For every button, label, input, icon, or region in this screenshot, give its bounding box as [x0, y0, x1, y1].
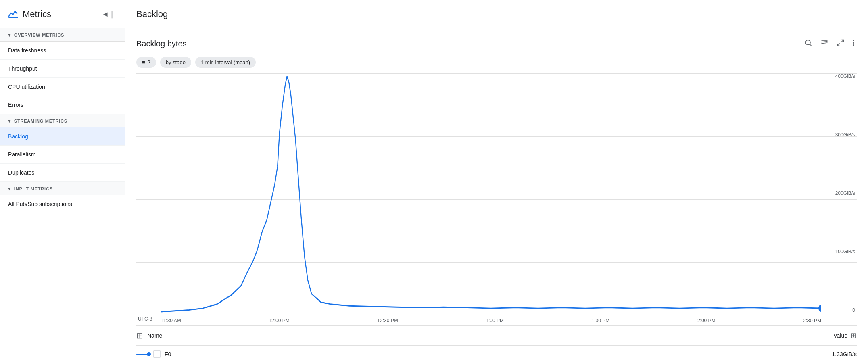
section-label-overview: OVERVIEW METRICS: [14, 33, 64, 38]
legend-header: ⊞ Name Value ⊞: [136, 326, 857, 346]
filter-count-pill[interactable]: ≡ 2: [136, 57, 156, 68]
filter-icon: ≡: [142, 59, 145, 65]
x-label-200: 2:00 PM: [697, 318, 716, 323]
x-label-1200: 12:00 PM: [269, 318, 289, 323]
legend-row-f0-name: F0: [165, 351, 171, 357]
sidebar-item-parallelism[interactable]: Parallelism: [0, 146, 125, 164]
svg-point-0: [805, 40, 810, 45]
legend-row-f0-left: F0: [136, 350, 171, 358]
chart-more-button[interactable]: [850, 36, 857, 51]
x-label-utc: UTC-8: [138, 316, 152, 322]
sidebar-item-data-freshness[interactable]: Data freshness: [0, 42, 125, 60]
sidebar-item-cpu-utilization[interactable]: CPU utilization: [0, 78, 125, 96]
metrics-logo-icon: [8, 9, 19, 19]
legend-value-label: Value: [833, 332, 847, 339]
chart-filters: ≡ 2 by stage 1 min interval (mean): [136, 57, 857, 68]
y-label-300: 300GiB/s: [835, 132, 855, 138]
svg-point-9: [853, 44, 854, 46]
x-label-230: 2:30 PM: [803, 318, 821, 323]
sidebar-item-throughput[interactable]: Throughput: [0, 60, 125, 78]
legend-grid-icon: ⊞: [136, 331, 143, 340]
chart-end-dot: [818, 305, 821, 312]
filter-count-label: 2: [148, 59, 150, 65]
sidebar-item-backlog[interactable]: Backlog: [0, 127, 125, 146]
section-header-overview: ▾ OVERVIEW METRICS: [0, 28, 125, 42]
logo-area: Metrics: [8, 9, 51, 19]
chevron-overview-icon: ▾: [8, 32, 11, 38]
y-label-200: 200GiB/s: [835, 190, 855, 196]
chart-svg: [161, 73, 821, 313]
legend-table: ⊞ Name Value ⊞ F0 1.33GiB/s: [136, 325, 857, 363]
legend-line-indicator: [136, 354, 149, 355]
chart-expand-button[interactable]: [834, 36, 847, 51]
chart-search-button[interactable]: [802, 36, 815, 51]
chart-area: 400GiB/s 300GiB/s 200GiB/s 100GiB/s 0 UT…: [136, 73, 857, 325]
chart-toolbar: [802, 36, 857, 51]
sidebar-title: Metrics: [23, 9, 51, 19]
legend-name-column-header: ⊞ Name: [136, 331, 162, 340]
interval-label: 1 min interval (mean): [201, 59, 250, 65]
main-page-title: Backlog: [125, 0, 868, 28]
legend-cols-icon[interactable]: ⊞: [851, 331, 857, 340]
chart-line: [161, 76, 821, 312]
y-label-400: 400GiB/s: [835, 73, 855, 79]
svg-line-4: [822, 43, 828, 44]
svg-point-8: [853, 42, 854, 44]
sidebar-header: Metrics ◄❘: [0, 0, 125, 28]
sidebar-collapse-button[interactable]: ◄❘: [100, 8, 117, 20]
y-label-100: 100GiB/s: [835, 249, 855, 255]
chart-title: Backlog bytes: [136, 39, 187, 48]
filter-by-stage-pill[interactable]: by stage: [160, 57, 191, 68]
section-header-streaming: ▾ STREAMING METRICS: [0, 114, 125, 127]
x-axis-labels: 11:30 AM 12:00 PM 12:30 PM 1:00 PM 1:30 …: [161, 318, 821, 323]
x-label-1230: 12:30 PM: [377, 318, 398, 323]
sidebar-item-errors[interactable]: Errors: [0, 96, 125, 114]
x-label-100: 1:00 PM: [486, 318, 504, 323]
svg-line-1: [810, 44, 812, 46]
sidebar-item-duplicates[interactable]: Duplicates: [0, 164, 125, 182]
chart-title-row: Backlog bytes: [136, 36, 857, 51]
section-label-streaming: STREAMING METRICS: [14, 119, 67, 123]
legend-value-column-header: Value ⊞: [833, 331, 857, 340]
filter-interval-pill[interactable]: 1 min interval (mean): [195, 57, 256, 68]
svg-line-6: [838, 44, 840, 46]
x-label-1130: 11:30 AM: [161, 318, 181, 323]
y-axis-labels: 400GiB/s 300GiB/s 200GiB/s 100GiB/s 0: [824, 73, 857, 313]
by-stage-label: by stage: [166, 59, 186, 65]
sidebar: Metrics ◄❘ ▾ OVERVIEW METRICS Data fresh…: [0, 0, 125, 363]
legend-row-f0: F0 1.33GiB/s: [136, 346, 857, 363]
y-label-0: 0: [852, 307, 855, 313]
chart-legend-button[interactable]: [818, 36, 831, 51]
section-label-input: INPUT METRICS: [14, 186, 53, 191]
svg-point-7: [853, 40, 854, 41]
svg-line-5: [841, 40, 844, 42]
main-content: Backlog Backlog bytes ≡: [125, 0, 868, 363]
legend-name-label: Name: [147, 332, 162, 339]
svg-line-3: [822, 42, 828, 42]
legend-checkbox-f0[interactable]: [153, 350, 161, 358]
section-header-input: ▾ INPUT METRICS: [0, 182, 125, 195]
x-label-130: 1:30 PM: [592, 318, 610, 323]
chart-container: Backlog bytes ≡ 2: [125, 28, 868, 363]
legend-row-f0-value: 1.33GiB/s: [832, 351, 857, 357]
chevron-streaming-icon: ▾: [8, 118, 11, 124]
chevron-input-icon: ▾: [8, 186, 11, 192]
sidebar-item-all-pubsub[interactable]: All Pub/Sub subscriptions: [0, 195, 125, 213]
